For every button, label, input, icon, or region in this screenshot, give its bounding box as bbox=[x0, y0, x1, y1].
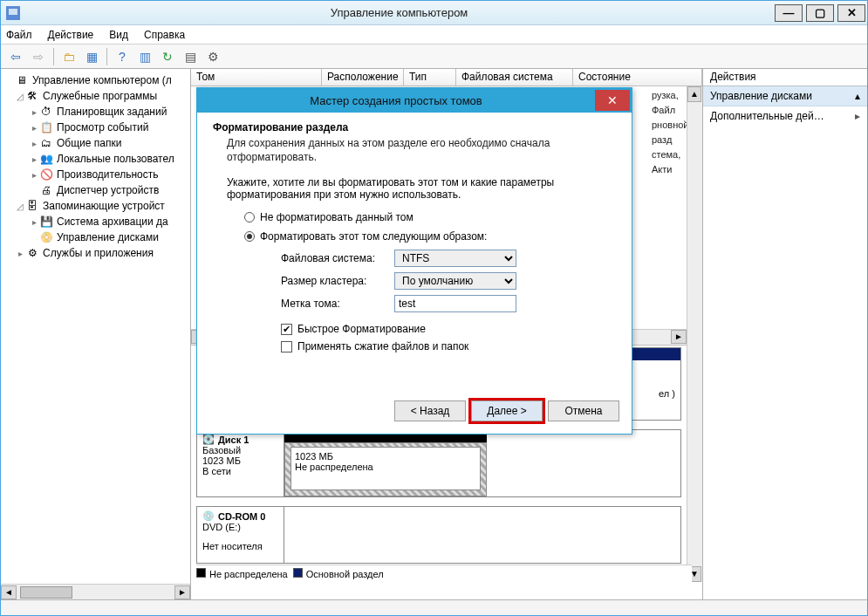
storage-icon: 🗄 bbox=[25, 199, 39, 213]
chevron-up-icon: ▴ bbox=[855, 90, 860, 102]
menubar: Файл Действие Вид Справка bbox=[1, 25, 867, 44]
tools-icon: 🛠 bbox=[25, 89, 39, 103]
wizard-dialog: Мастер создания простых томов ✕ Форматир… bbox=[196, 87, 632, 435]
statusbar bbox=[1, 599, 867, 615]
tree-backup[interactable]: ▸ 💾 Система архивации да bbox=[4, 214, 190, 229]
col-fs[interactable]: Файловая система bbox=[456, 69, 573, 86]
quick-format-check[interactable]: Быстрое Форматирование bbox=[281, 323, 616, 335]
back-button[interactable]: < Назад bbox=[394, 400, 466, 421]
settings-icon[interactable]: ⚙ bbox=[203, 47, 222, 66]
volume-label-input[interactable] bbox=[394, 295, 516, 312]
volume-vscroll[interactable]: ▲ ▼ bbox=[687, 86, 702, 582]
maximize-button[interactable]: ▢ bbox=[806, 4, 834, 22]
toolbar: ⇦ ⇨ 🗀 ▦ ? ▥ ↻ ▤ ⚙ bbox=[1, 44, 867, 69]
col-volume[interactable]: Том bbox=[191, 69, 322, 86]
close-button[interactable]: ✕ bbox=[837, 4, 865, 22]
panes-icon[interactable]: ▦ bbox=[82, 47, 101, 66]
actions-section[interactable]: Управление дисками ▴ bbox=[703, 86, 867, 106]
forward-icon[interactable]: ⇨ bbox=[29, 47, 48, 66]
next-button[interactable]: Далее > bbox=[471, 400, 543, 421]
tree-root[interactable]: 🖥 Управление компьютером (л bbox=[4, 72, 190, 88]
volume-label-label: Метка тома: bbox=[281, 298, 394, 310]
computer-icon: 🖥 bbox=[15, 73, 29, 87]
radio-format[interactable]: Форматировать этот том следующим образом… bbox=[244, 230, 616, 243]
cdrom-title: CD-ROM 0 bbox=[218, 511, 265, 522]
col-status[interactable]: Состояние bbox=[573, 69, 702, 86]
dialog-instruction: Укажите, хотите ли вы форматировать этот… bbox=[227, 176, 616, 201]
disk1-title: Диск 1 bbox=[218, 435, 249, 445]
main-titlebar: Управление компьютером — ▢ ✕ bbox=[1, 1, 867, 25]
volume-list-header: Том Расположение Тип Файловая система Со… bbox=[191, 69, 702, 86]
users-icon: 👥 bbox=[39, 152, 53, 166]
dialog-close-button[interactable]: ✕ bbox=[595, 90, 630, 111]
svg-rect-1 bbox=[9, 9, 17, 15]
shared-icon: 🗂 bbox=[39, 136, 53, 150]
dialog-titlebar[interactable]: Мастер создания простых томов ✕ bbox=[197, 88, 632, 113]
tree-event-viewer[interactable]: ▸ 📋 Просмотр событий bbox=[4, 120, 190, 135]
tree-shared-folders[interactable]: ▸ 🗂 Общие папки bbox=[4, 135, 190, 151]
tree-storage[interactable]: ◿ 🗄 Запоминающие устройст bbox=[4, 198, 190, 214]
device-icon: 🖨 bbox=[39, 183, 53, 197]
back-icon[interactable]: ⇦ bbox=[6, 47, 25, 66]
tree-task-scheduler[interactable]: ▸ ⏱ Планировщик заданий bbox=[4, 104, 190, 120]
tree-performance[interactable]: ▸ 🚫 Производительность bbox=[4, 167, 190, 182]
app-icon bbox=[4, 4, 22, 22]
col-layout[interactable]: Расположение bbox=[322, 69, 404, 86]
disk-row-cdrom[interactable]: 💿 CD-ROM 0 DVD (E:) Нет носителя bbox=[196, 506, 681, 564]
dialog-title: Мастер создания простых томов bbox=[197, 94, 595, 107]
tree-disk-management[interactable]: 📀 Управление дисками bbox=[4, 229, 190, 245]
actions-pane: Действия Управление дисками ▴ Дополнител… bbox=[703, 69, 867, 599]
checkbox-icon bbox=[281, 341, 292, 352]
legend: Не распределена Основной раздел bbox=[196, 565, 692, 582]
events-icon: 📋 bbox=[39, 120, 53, 134]
perf-icon: 🚫 bbox=[39, 168, 53, 181]
tree-system-tools[interactable]: ◿ 🛠 Служебные программы bbox=[4, 88, 190, 104]
fs-select[interactable]: NTFS bbox=[394, 250, 516, 267]
tree-services[interactable]: ▸ ⚙ Службы и приложения bbox=[4, 245, 190, 261]
actions-header: Действия bbox=[703, 69, 867, 86]
minimize-button[interactable]: — bbox=[775, 4, 803, 22]
cancel-button[interactable]: Отмена bbox=[548, 400, 619, 421]
backup-icon: 💾 bbox=[39, 215, 53, 229]
chevron-right-icon: ▸ bbox=[855, 110, 860, 122]
radio-checked-icon bbox=[244, 231, 255, 242]
col-type[interactable]: Тип bbox=[404, 69, 456, 86]
props-icon[interactable]: ▤ bbox=[181, 47, 200, 66]
fs-label: Файловая система: bbox=[281, 252, 394, 264]
tree-device-manager[interactable]: 🖨 Диспетчер устройств bbox=[4, 182, 190, 198]
dialog-heading: Форматирование раздела bbox=[213, 121, 616, 133]
radio-noformat[interactable]: Не форматировать данный том bbox=[244, 211, 616, 223]
folder-icon[interactable]: 🗀 bbox=[59, 47, 79, 66]
radio-icon bbox=[244, 212, 255, 222]
action-more[interactable]: Дополнительные дей… ▸ bbox=[703, 106, 867, 126]
cluster-select[interactable]: По умолчанию bbox=[394, 272, 516, 290]
menu-action[interactable]: Действие bbox=[48, 29, 94, 41]
disk-icon: 📀 bbox=[39, 230, 53, 244]
checkbox-checked-icon bbox=[281, 324, 292, 335]
tree-hscroll[interactable]: ◄ ► bbox=[1, 584, 190, 599]
tree-pane: 🖥 Управление компьютером (л ◿ 🛠 Служебны… bbox=[1, 69, 191, 599]
window-title: Управление компьютером bbox=[25, 6, 773, 19]
compress-check[interactable]: Применять сжатие файлов и папок bbox=[281, 340, 616, 352]
scheduler-icon: ⏱ bbox=[39, 105, 53, 119]
layout-icon[interactable]: ▥ bbox=[135, 47, 154, 66]
menu-help[interactable]: Справка bbox=[144, 29, 185, 41]
services-icon: ⚙ bbox=[25, 246, 39, 260]
refresh-icon[interactable]: ↻ bbox=[158, 47, 177, 66]
dialog-subheading: Для сохранения данных на этом разделе ег… bbox=[227, 137, 616, 164]
cluster-label: Размер кластера: bbox=[281, 275, 394, 287]
menu-file[interactable]: Файл bbox=[6, 29, 32, 41]
help-icon[interactable]: ? bbox=[113, 47, 132, 66]
disk-row-1[interactable]: 💽 Диск 1 Базовый 1023 МБ В сети 102 bbox=[196, 429, 681, 497]
tree-local-users[interactable]: ▸ 👥 Локальные пользовател bbox=[4, 151, 190, 167]
menu-view[interactable]: Вид bbox=[109, 29, 128, 41]
cdrom-icon: 💿 bbox=[202, 510, 215, 522]
drive-icon: 💽 bbox=[202, 434, 215, 445]
